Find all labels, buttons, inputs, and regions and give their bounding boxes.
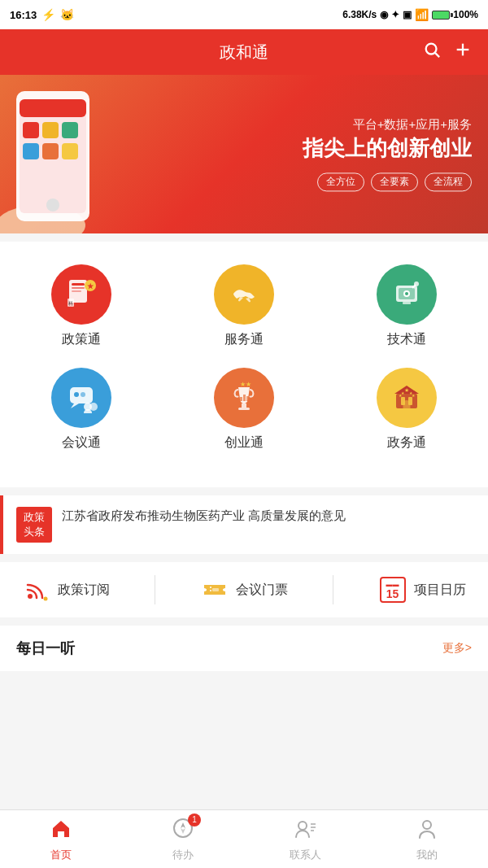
meeting-icon-bg [51,368,111,428]
zap-icon: ⚡ [41,8,55,21]
banner-tags: 全方位 全要素 全流程 [303,172,472,191]
banner-title: 指尖上的创新创业 [303,136,472,161]
svg-text:★: ★ [87,282,94,290]
svg-point-52 [28,594,33,599]
svg-rect-28 [403,302,411,304]
calendar-box: ▬▬ 15 [380,577,406,603]
daily-listen-more[interactable]: 更多> [442,641,472,656]
svg-rect-7 [20,99,86,117]
banner-tag-2: 全要素 [371,172,418,191]
battery-percent: 100% [453,9,478,20]
banner-tag-1: 全方位 [317,172,364,191]
rss-icon [22,575,51,604]
banner-tag-3: 全流程 [425,172,472,191]
svg-rect-17 [72,287,85,289]
svg-rect-41 [243,395,246,401]
service-icon-bg [214,264,274,325]
svg-point-53 [44,597,48,601]
grid-label-meeting: 会议通 [62,434,101,451]
grid-item-service[interactable]: 服务通 [203,264,285,348]
header-icons [423,41,472,63]
grid-item-policy[interactable]: ★ 科 政策通 [41,264,122,348]
news-section[interactable]: 政策 头条 江苏省政府发布推动生物医药产业 高质量发展的意见 [0,495,488,554]
calendar-number: 15 [386,588,399,600]
svg-rect-10 [62,122,78,138]
svg-rect-55 [212,588,219,591]
svg-marker-58 [181,828,185,834]
status-left: 16:13 ⚡ 🐱 [10,8,74,21]
grid-label-policy: 政策通 [62,331,101,348]
news-tag: 政策 头条 [16,507,52,543]
grid-label-tech: 技术通 [387,331,426,348]
home-icon [50,817,72,845]
quick-action-label-calendar: 项目日历 [414,582,466,599]
status-right: 6.38K/s ◉ ✦ ▣ 📶 100% [342,8,478,21]
grid-item-tech[interactable]: 技术通 [366,264,447,348]
quick-action-policy-subscribe[interactable]: 政策订阅 [22,575,110,604]
svg-rect-34 [81,392,85,397]
status-bar: 16:13 ⚡ 🐱 6.38K/s ◉ ✦ ▣ 📶 100% [0,0,488,29]
svg-rect-38 [238,408,250,410]
svg-rect-11 [23,143,39,159]
grid-row-1: ★ 科 政策通 服务通 [0,264,488,348]
svg-rect-33 [74,392,79,397]
banner-phone-illustration [0,75,122,233]
grid-item-startup[interactable]: ★★ 创业通 [203,368,285,451]
banner-text: 平台+数据+应用+服务 指尖上的创新创业 全方位 全要素 全流程 [303,117,472,191]
svg-rect-40 [240,397,242,401]
svg-point-59 [298,822,307,830]
daily-listen-title: 每日一听 [16,639,75,658]
compass-icon: 1 [172,817,194,845]
add-icon[interactable] [454,41,472,63]
svg-rect-42 [246,396,249,401]
battery-icon [432,11,450,20]
nav-item-profile[interactable]: 我的 [394,817,460,862]
policy-icon-bg: ★ 科 [51,264,111,325]
bottom-nav: 首页 1 待办 联系人 [0,809,488,868]
ticket-icon [200,575,229,604]
grid-item-government[interactable]: ★ ★ ★ ★ ★ 政务通 [366,368,447,451]
quick-action-calendar[interactable]: ▬▬ 15 项目日历 [378,575,466,604]
cat-icon: 🐱 [60,8,74,21]
divider-2 [333,575,333,604]
quick-actions: 政策订阅 会议门票 ▬▬ 15 项目日历 [0,562,488,617]
nav-item-pending[interactable]: 1 待办 [150,817,216,862]
svg-line-1 [435,53,439,57]
grid-label-service: 服务通 [224,331,264,348]
svg-rect-8 [23,122,39,138]
svg-point-36 [89,403,98,411]
nav-label-home: 首页 [50,848,72,862]
nav-label-pending: 待办 [172,848,194,862]
svg-rect-13 [62,143,78,159]
grid-item-meeting[interactable]: 会议通 [41,368,122,451]
signal-icon: ◉ [380,9,388,20]
search-icon[interactable] [423,41,441,63]
svg-point-0 [426,44,437,55]
government-icon-bg: ★ ★ ★ ★ ★ [377,368,437,428]
nav-label-contacts: 联系人 [290,848,321,862]
svg-rect-9 [42,122,59,138]
pending-badge: 1 [188,813,201,827]
divider-1 [155,575,155,604]
quick-action-label-ticket: 会议门票 [236,582,288,599]
daily-listen-section: 每日一听 更多> [0,626,488,671]
svg-point-30 [414,281,419,286]
grid-row-2: 会议通 ★★ [0,368,488,451]
svg-marker-32 [71,403,79,408]
status-time: 16:13 [10,9,37,21]
profile-icon [416,817,438,845]
nav-item-home[interactable]: 首页 [28,817,94,862]
startup-icon-bg: ★★ [214,368,274,428]
grid-label-startup: 创业通 [224,434,264,451]
svg-rect-16 [72,283,85,286]
svg-text:★★: ★★ [240,381,251,388]
quick-action-ticket[interactable]: 会议门票 [200,575,288,604]
wifi-icon: 📶 [415,8,429,21]
svg-rect-37 [242,403,246,408]
nav-item-contacts[interactable]: 联系人 [272,817,338,862]
content-spacer [0,671,488,736]
network-speed: 6.38K/s [342,9,377,20]
banner[interactable]: 平台+数据+应用+服务 指尖上的创新创业 全方位 全要素 全流程 [0,75,488,233]
grid-label-government: 政务通 [387,434,426,451]
sim-icon: ▣ [403,9,412,20]
